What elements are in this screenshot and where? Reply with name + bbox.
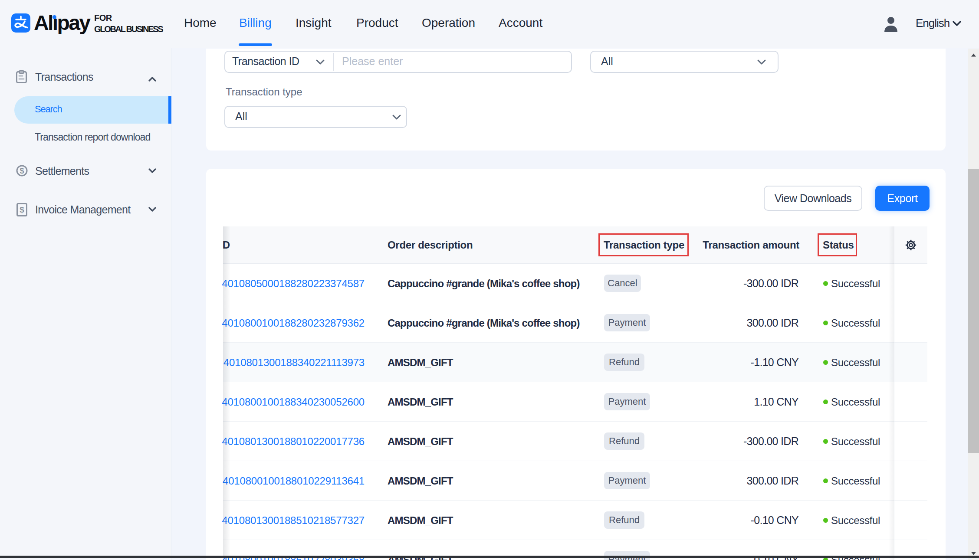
- svg-text:$: $: [20, 167, 24, 175]
- svg-text:$: $: [20, 205, 24, 214]
